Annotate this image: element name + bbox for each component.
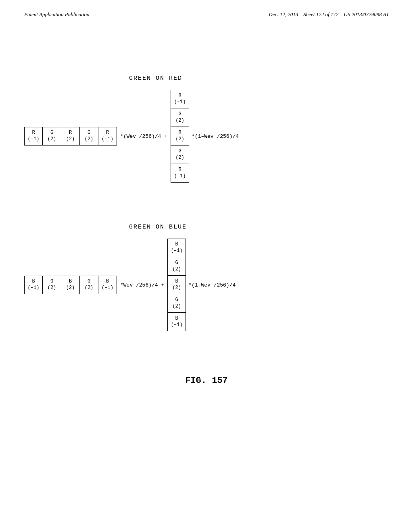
page-header: Patent Application Publication Dec. 12, … — [0, 0, 413, 18]
cell-g4: G (2) — [80, 276, 98, 294]
cell-b2: B (2) — [61, 276, 80, 294]
diagram2-col: B (–1) G (2) B (2) G (2) — [167, 239, 186, 331]
diagram2-col-formula: *(1–Wev /256)/4 — [188, 282, 236, 288]
col-b3: B (–1) — [167, 313, 186, 331]
cell-b3: B (–1) — [98, 276, 117, 294]
cell-g1: G (2) — [43, 127, 61, 145]
diagram1-container: GREEN ON RED R (–1) G (2) R (2) — [24, 74, 389, 183]
col-g1: G (2) — [171, 108, 189, 127]
col-r1: R (–1) — [171, 90, 189, 108]
patent-number: US 2013/0329098 A1 — [344, 11, 389, 17]
diagram1-col-formula: *(1–Wev /256)/4 — [192, 133, 239, 139]
main-content: GREEN ON RED R (–1) G (2) R (2) — [0, 18, 413, 386]
diagram2-row-formula: *Wev /256)/4 + — [120, 282, 164, 288]
diagram-green-on-red: GREEN ON RED R (–1) G (2) R (2) — [24, 74, 389, 183]
cell-g2: G (2) — [80, 127, 98, 145]
col-g3: G (2) — [167, 257, 186, 276]
diagram-green-on-blue: GREEN ON BLUE B (–1) G (2) B (2) — [24, 223, 389, 331]
diagram2-body: B (–1) G (2) B (2) G (2) — [24, 239, 236, 331]
diagram2-row: B (–1) G (2) B (2) G (2) — [24, 276, 117, 294]
diagram2-title: GREEN ON BLUE — [129, 223, 187, 231]
diagram1-title: GREEN ON RED — [129, 74, 182, 82]
cell-r3: R (–1) — [98, 127, 117, 145]
diagram2-container: GREEN ON BLUE B (–1) G (2) B (2) — [24, 223, 389, 331]
figure-label: FIG. 157 — [185, 376, 228, 386]
col-b2: B (2) — [167, 276, 186, 294]
date-sheet-patent: Dec. 12, 2013 Sheet 122 of 172 US 2013/0… — [269, 11, 389, 18]
diagram1-col: R (–1) G (2) R (2) G (2) — [171, 90, 189, 183]
cell-r1: R (–1) — [24, 127, 43, 145]
sheet-info: Sheet 122 of 172 — [303, 11, 338, 17]
diagram1-body: R (–1) G (2) R (2) G (2) — [24, 90, 239, 183]
diagram1-row-formula: *(Wev /256)/4 + — [120, 133, 167, 139]
publication-label: Patent Application Publication — [24, 11, 90, 18]
col-g4: G (2) — [167, 294, 186, 313]
diagram1-row: R (–1) G (2) R (2) G (2) — [24, 127, 117, 145]
cell-r2: R (2) — [61, 127, 80, 145]
col-b1: B (–1) — [167, 239, 186, 257]
col-g2: G (2) — [171, 145, 189, 164]
cell-g3: G (2) — [43, 276, 61, 294]
cell-b1: B (–1) — [24, 276, 43, 294]
col-r2: R (2) — [171, 127, 189, 145]
col-r3: R (–1) — [171, 164, 189, 183]
date: Dec. 12, 2013 — [269, 11, 298, 17]
